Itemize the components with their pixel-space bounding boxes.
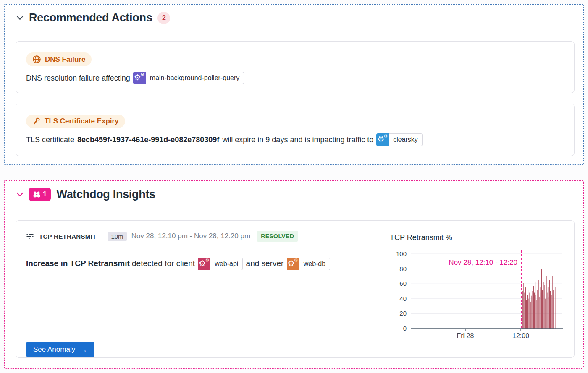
insight-count: 1 [43,190,47,198]
service-name: clearsky [389,133,423,146]
button-label: See Anomaly [33,345,75,354]
gears-icon: ⚙⚙ [376,133,389,146]
text-segment: will expire in 9 days and is impacting t… [222,136,373,144]
text-segment: detected for client [132,259,195,268]
svg-text:0: 0 [403,325,407,332]
insight-summary: Increase in TCP Retransmit detected for … [26,255,354,272]
svg-text:Fri 28: Fri 28 [457,332,474,339]
insight-details: TCP RETRANSMIT 10m Nov 28, 12:10 pm - No… [26,231,354,272]
recommendation-card-tls[interactable]: TLS Certificate Expiry TLS certificate 8… [16,104,575,156]
globe-icon [32,55,41,64]
count-badge: 2 [158,12,170,24]
watchdog-badge: 1 [29,188,51,201]
see-anomaly-button[interactable]: See Anomaly → [26,342,94,357]
svg-text:Nov 28, 12:10 - 12:20: Nov 28, 12:10 - 12:20 [449,258,517,266]
chart-plot-area[interactable]: 020406080100Nov 28, 12:10 - 12:20Fri 281… [380,247,567,344]
certificate-id: 8ecb459f-1937-461e-991d-e082e780309f [77,136,219,144]
status-badge: RESOLVED [257,231,298,242]
gears-icon: ⚙⚙ [287,258,299,270]
recommended-actions-section: Recommended Actions 2 DNS Failure DNS re… [4,4,584,165]
svg-text:80: 80 [399,265,407,272]
chevron-down-icon[interactable] [16,191,24,198]
svg-text:40: 40 [399,295,407,302]
tls-certificate-expiry-badge: TLS Certificate Expiry [26,115,125,128]
svg-text:12:00: 12:00 [512,332,529,339]
watchdog-insights-section: 1 Watchdog Insights TCP RETRANSMIT 10m N… [4,180,584,369]
service-name: main-background-poller-query [146,72,244,84]
chevron-down-icon[interactable] [16,14,24,21]
service-tag-main-background-poller-query[interactable]: ⚙⚙ main-background-poller-query [133,72,244,84]
time-range: Nov 28, 12:10 pm - Nov 28, 12:20 pm [131,232,251,240]
divider [102,231,102,241]
service-tag-web-api[interactable]: ⚙⚙web-api [198,258,243,270]
text-segment: and server [246,259,284,268]
service-tag-web-db[interactable]: ⚙⚙web-db [287,258,330,270]
binoculars-icon [33,191,40,198]
watchdog-insights-header[interactable]: 1 Watchdog Insights [16,188,155,201]
badge-label: DNS Failure [45,55,85,64]
dns-failure-badge: DNS Failure [26,52,92,66]
recommendation-text: TLS certificate 8ecb459f-1937-461e-991d-… [26,133,564,146]
svg-text:100: 100 [396,250,407,257]
insight-meta-row: TCP RETRANSMIT 10m Nov 28, 12:10 pm - No… [26,231,354,242]
section-title: Recommended Actions [29,11,152,24]
text-segment: TLS certificate [26,136,74,144]
watchdog-insight-card[interactable]: TCP RETRANSMIT 10m Nov 28, 12:10 pm - No… [16,220,575,358]
recommendation-text: DNS resolution failure affecting ⚙⚙ main… [26,72,564,84]
chart-title: TCP Retransmit % [390,233,567,247]
text-segment: DNS resolution failure affecting [26,74,130,83]
svg-text:20: 20 [399,310,407,317]
gears-icon: ⚙⚙ [198,258,210,270]
wrench-icon [32,117,41,125]
gears-icon: ⚙⚙ [133,72,146,84]
tcp-retransmit-icon [26,232,34,240]
service-name: web-api [210,258,243,270]
recommended-actions-header[interactable]: Recommended Actions 2 [16,11,170,24]
recommendation-card-dns[interactable]: DNS Failure DNS resolution failure affec… [16,41,575,93]
badge-label: TLS Certificate Expiry [45,117,119,125]
service-tag-clearsky[interactable]: ⚙⚙ clearsky [376,133,423,146]
summary-highlight: Increase in TCP Retransmit [26,259,130,268]
service-name: web-db [299,258,330,270]
insight-type-label: TCP RETRANSMIT [39,233,96,240]
section-title: Watchdog Insights [56,188,155,201]
tcp-retransmit-chart[interactable]: TCP Retransmit % 020406080100Nov 28, 12:… [380,233,567,344]
duration-badge: 10m [108,232,126,241]
arrow-right-icon: → [79,346,87,353]
svg-text:60: 60 [399,280,407,287]
